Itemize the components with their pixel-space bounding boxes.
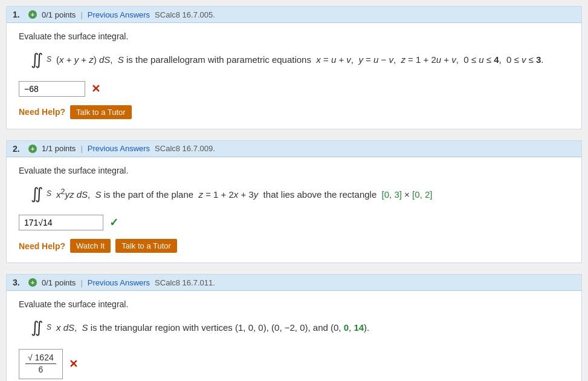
need-help-row-2: Need Help? Watch It Talk to a Tutor	[19, 239, 569, 253]
eval-prompt-3: Evaluate the surface integral.	[19, 299, 569, 309]
prev-answers-link-1[interactable]: Previous Answers	[88, 10, 150, 19]
question-number-2: 2.	[13, 144, 24, 154]
integrand-3: x dS, S is the triangular region with ve…	[56, 321, 369, 335]
double-integral-3: ∬	[31, 315, 44, 340]
need-help-label-2: Need Help?	[19, 241, 65, 251]
plus-icon-2: +	[28, 145, 37, 153]
talk-tutor-btn-1[interactable]: Talk to a Tutor	[70, 105, 132, 119]
math-display-2: ∬ S x2yz dS, S is the part of the plane …	[31, 181, 569, 207]
math-display-3: ∬ S x dS, S is the triangular region wit…	[31, 315, 569, 340]
integrand-2: x2yz dS, S is the part of the plane z = …	[56, 186, 432, 202]
points-1: 0/1 points	[42, 10, 76, 19]
integral-sub-3: S	[47, 322, 51, 333]
math-row-2: ∬ S x2yz dS, S is the part of the plane …	[31, 181, 569, 207]
math-display-1: ∬ S (x + y + z) dS, S is the parallelogr…	[31, 47, 569, 73]
points-3: 0/1 points	[42, 278, 76, 287]
question-number-3: 3.	[13, 278, 24, 287]
points-2: 1/1 points	[42, 144, 76, 153]
question-header-1: 1. + 0/1 points | Previous Answers SCalc…	[7, 7, 581, 23]
wrong-mark-1: ✕	[91, 82, 100, 96]
answer-row-3: √ 1624 6 ✕	[19, 349, 569, 379]
problem-ref-2: SCalc8 16.7.009.	[155, 144, 215, 153]
plus-icon-1: +	[28, 10, 37, 19]
wrong-mark-3: ✕	[69, 357, 78, 371]
separator-2: |	[80, 144, 82, 153]
problem-ref-3: SCalc8 16.7.011.	[155, 278, 215, 287]
need-help-row-1: Need Help? Talk to a Tutor	[19, 105, 569, 119]
math-row-1: ∬ S (x + y + z) dS, S is the parallelogr…	[31, 47, 569, 73]
question-block-1: 1. + 0/1 points | Previous Answers SCalc…	[6, 6, 582, 129]
question-header-2: 2. + 1/1 points | Previous Answers SCalc…	[7, 141, 581, 157]
separator-3: |	[80, 278, 82, 287]
eval-prompt-1: Evaluate the surface integral.	[19, 31, 569, 41]
question-header-3: 3. + 0/1 points | Previous Answers SCalc…	[7, 275, 581, 291]
need-help-label-1: Need Help?	[19, 107, 65, 117]
frac-denominator-3: 6	[36, 364, 45, 376]
answer-frac-3: √ 1624 6	[19, 349, 63, 379]
question-body-1: Evaluate the surface integral. ∬ S (x + …	[7, 23, 581, 129]
question-body-2: Evaluate the surface integral. ∬ S x2yz …	[7, 157, 581, 263]
integral-sub-2: S	[47, 188, 51, 200]
answer-input-1[interactable]	[19, 81, 85, 97]
separator-1: |	[80, 10, 82, 19]
question-body-3: Evaluate the surface integral. ∬ S x dS,…	[7, 291, 581, 381]
eval-prompt-2: Evaluate the surface integral.	[19, 166, 569, 175]
watch-it-btn-2[interactable]: Watch It	[70, 239, 111, 253]
talk-tutor-btn-2[interactable]: Talk to a Tutor	[115, 239, 177, 253]
frac-numerator-3: √ 1624	[25, 352, 56, 365]
question-block-2: 2. + 1/1 points | Previous Answers SCalc…	[6, 140, 582, 264]
prev-answers-link-2[interactable]: Previous Answers	[88, 144, 150, 153]
integrand-1: (x + y + z) dS, S is the parallelogram w…	[56, 53, 543, 67]
prev-answers-link-3[interactable]: Previous Answers	[88, 278, 150, 287]
page-container: 1. + 0/1 points | Previous Answers SCalc…	[0, 0, 588, 381]
double-integral-2: ∬	[31, 181, 44, 207]
question-number-1: 1.	[13, 10, 24, 19]
plus-icon-3: +	[28, 278, 37, 287]
math-row-3: ∬ S x dS, S is the triangular region wit…	[31, 315, 569, 340]
question-block-3: 3. + 0/1 points | Previous Answers SCalc…	[6, 274, 582, 381]
integral-sub-1: S	[47, 54, 51, 65]
correct-mark-2: ✓	[109, 216, 118, 229]
problem-ref-1: SCalc8 16.7.005.	[155, 10, 215, 19]
answer-row-1: ✕	[19, 81, 569, 97]
answer-input-2[interactable]	[19, 215, 103, 230]
double-integral-1: ∬	[31, 47, 44, 73]
answer-row-2: ✓	[19, 215, 569, 230]
